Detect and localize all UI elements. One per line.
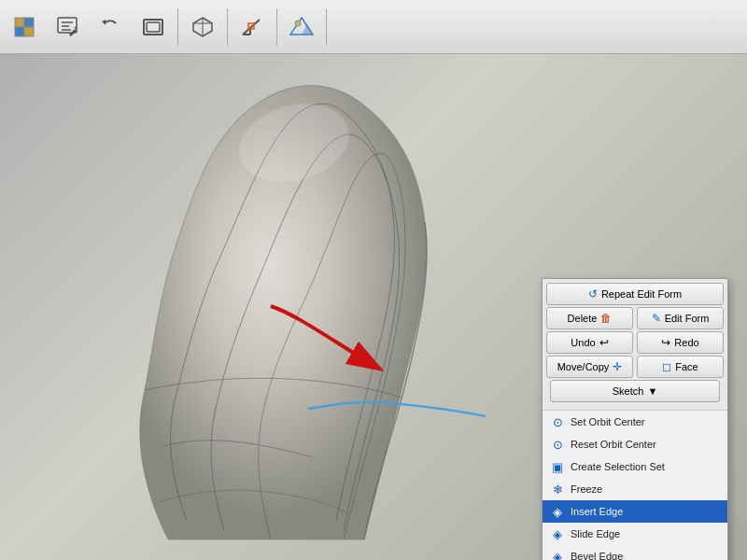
construction-icon (237, 12, 267, 42)
toolbar-item-edit[interactable] (47, 3, 88, 51)
delete-button[interactable]: Delete 🗑 (546, 307, 633, 329)
toolbar-separator (177, 8, 178, 46)
bevel-edge-icon: ◈ (550, 549, 565, 560)
insert-edge-label: Insert Edge (571, 506, 623, 517)
sketch-dropdown-label: Sketch (613, 385, 644, 397)
menu-row-movecopy-face: Move/Copy ✛ ◻ Face (546, 356, 724, 378)
toolbar-separator4 (326, 8, 327, 46)
menu-item-slide-edge[interactable]: ◈ Slide Edge (543, 523, 727, 545)
set-orbit-center-label: Set Orbit Center (571, 416, 644, 427)
reset-orbit-center-icon: ⊙ (550, 437, 565, 452)
freeze-label: Freeze (571, 483, 602, 495)
set-orbit-center-icon: ⊙ (550, 414, 565, 429)
menu-row-repeat: ↺ Repeat Edit Form (546, 283, 724, 305)
toolbar-item-undo[interactable] (90, 3, 131, 51)
redo-arrow-icon: ↪ (661, 336, 670, 349)
context-menu: ↺ Repeat Edit Form Delete 🗑 ✎ Edit Form … (542, 278, 728, 560)
svg-rect-2 (15, 27, 24, 36)
svg-marker-8 (102, 20, 106, 25)
move-copy-button[interactable]: Move/Copy ✛ (546, 356, 633, 378)
delete-icon: 🗑 (600, 312, 612, 325)
toolbar-separator3 (276, 8, 277, 46)
bevel-edge-label: Bevel Edge (571, 551, 623, 560)
menu-row-delete-edit: Delete 🗑 ✎ Edit Form (546, 307, 724, 329)
frame-icon (138, 12, 168, 42)
edit-form-label: Edit Form (665, 313, 710, 324)
icon1 (9, 12, 39, 42)
move-copy-label: Move/Copy (557, 361, 610, 372)
menu-top-section: ↺ Repeat Edit Form Delete 🗑 ✎ Edit Form … (543, 279, 727, 411)
mountain-icon (287, 12, 317, 42)
face-label: Face (675, 361, 698, 372)
menu-item-create-selection-set[interactable]: ▣ Create Selection Set (543, 455, 727, 478)
menu-item-insert-edge[interactable]: ◈ Insert Edge (543, 500, 727, 523)
slide-edge-icon: ◈ (550, 526, 565, 541)
edit-icon (52, 12, 82, 42)
toolbar-item-frame[interactable] (133, 3, 174, 51)
svg-rect-1 (24, 18, 34, 27)
face-icon: ◻ (662, 360, 671, 373)
toolbar-separator2 (227, 8, 228, 46)
undo-icon (95, 12, 125, 42)
undo-button[interactable]: Undo ↩ (546, 331, 633, 354)
edit-form-icon: ✎ (652, 312, 661, 325)
create-selection-set-icon: ▣ (550, 459, 565, 474)
redo-label: Redo (674, 337, 698, 348)
repeat-edit-form-button[interactable]: ↺ Repeat Edit Form (546, 283, 724, 305)
freeze-icon: ❄ (550, 482, 565, 497)
repeat-icon: ↺ (588, 287, 598, 301)
edit-form-button[interactable]: ✎ Edit Form (637, 307, 724, 329)
toolbar-item-planes[interactable] (182, 3, 223, 51)
menu-item-set-orbit-center[interactable]: ⊙ Set Orbit Center (543, 411, 727, 433)
menu-item-freeze[interactable]: ❄ Freeze (543, 478, 727, 500)
reset-orbit-center-label: Reset Orbit Center (571, 439, 656, 450)
toolbar-item-mountain[interactable] (281, 3, 322, 51)
move-copy-icon: ✛ (613, 360, 622, 373)
redo-button[interactable]: ↪ Redo (637, 331, 724, 354)
toolbar-item-icon1[interactable] (4, 3, 45, 51)
undo-arrow-icon: ↩ (599, 336, 609, 349)
undo-label: Undo (571, 337, 595, 348)
svg-marker-19 (302, 23, 313, 35)
delete-label: Delete (568, 313, 598, 324)
toolbar-item-construction[interactable] (232, 3, 273, 51)
svg-rect-3 (24, 27, 34, 36)
toolbar: UTILITIES SKETCH CONSTRUCT INSPECT INSER… (0, 0, 747, 54)
sketch-dropdown[interactable]: Sketch ▼ (550, 380, 720, 402)
menu-row-undo-redo: Undo ↩ ↪ Redo (546, 331, 724, 354)
menu-item-bevel-edge[interactable]: ◈ Bevel Edge (543, 545, 727, 560)
face-button[interactable]: ◻ Face (637, 356, 724, 378)
menu-item-reset-orbit-center[interactable]: ⊙ Reset Orbit Center (543, 433, 727, 455)
create-selection-set-label: Create Selection Set (571, 461, 665, 472)
dropdown-arrow-icon: ▼ (647, 385, 657, 397)
svg-point-20 (295, 21, 301, 26)
repeat-edit-form-label: Repeat Edit Form (601, 288, 682, 300)
planes-icon (188, 12, 218, 42)
insert-edge-icon: ◈ (550, 504, 565, 519)
svg-rect-10 (147, 22, 160, 32)
slide-edge-label: Slide Edge (571, 528, 620, 539)
svg-rect-0 (15, 18, 24, 27)
canvas-area[interactable]: ↺ Repeat Edit Form Delete 🗑 ✎ Edit Form … (0, 54, 747, 560)
